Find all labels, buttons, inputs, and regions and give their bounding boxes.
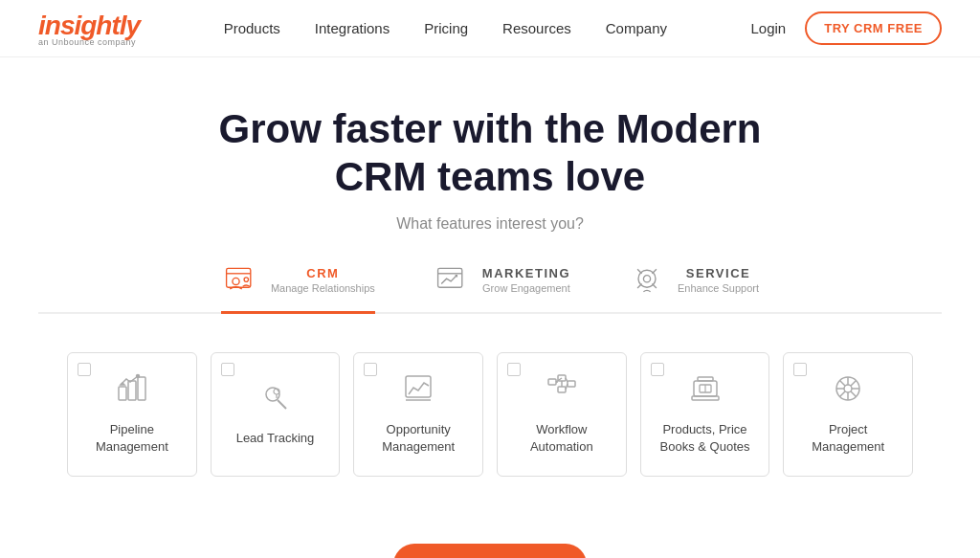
hero-subtext: What features interest you? [38, 215, 942, 233]
svg-rect-9 [128, 381, 136, 400]
nav-links: Products Integrations Pricing Resources … [224, 20, 667, 36]
card-opportunity-label: OpportunityManagement [382, 421, 455, 456]
hero-section: Grow faster with the Modern CRM teams lo… [0, 57, 980, 525]
logo-sub: an Unbounce company [38, 37, 140, 47]
svg-line-40 [851, 380, 857, 386]
card-checkbox-project[interactable] [793, 363, 807, 376]
svg-point-2 [233, 278, 239, 284]
card-opportunity[interactable]: OpportunityManagement [353, 352, 483, 477]
card-products-label: Products, PriceBooks & Quotes [660, 421, 750, 456]
svg-line-25 [566, 378, 568, 382]
navbar-actions: Login TRY CRM FREE [750, 11, 942, 45]
svg-rect-20 [558, 387, 566, 392]
service-icon [628, 261, 666, 300]
svg-rect-21 [568, 381, 575, 387]
card-pipeline-label: PipelineManagement [96, 421, 168, 456]
cta-section: GET STARTED [0, 525, 980, 558]
feature-cards-container: PipelineManagement Lead Tracking [38, 343, 942, 505]
products-icon [690, 373, 721, 408]
crm-tab-title: CRM [271, 266, 375, 280]
crm-tab-desc: Manage Relationships [271, 282, 375, 294]
crm-icon [221, 261, 259, 300]
workflow-icon [546, 373, 577, 408]
tab-marketing[interactable]: MARKETING Grow Engagement [433, 261, 570, 314]
svg-line-24 [566, 384, 568, 390]
svg-rect-4 [437, 268, 461, 287]
marketing-tab-title: MARKETING [482, 266, 570, 280]
login-link[interactable]: Login [750, 20, 786, 36]
card-lead[interactable]: Lead Tracking [211, 352, 341, 477]
card-checkbox-products[interactable] [651, 363, 664, 376]
card-pipeline[interactable]: PipelineManagement [67, 352, 197, 477]
tab-service[interactable]: SERVICE Enhance Support [628, 261, 759, 314]
get-started-button[interactable]: GET STARTED [393, 544, 587, 558]
card-products[interactable]: Products, PriceBooks & Quotes [640, 352, 770, 477]
service-tab-desc: Enhance Support [678, 282, 759, 294]
opportunity-icon [403, 373, 434, 408]
card-checkbox-pipeline[interactable] [78, 363, 91, 376]
nav-resources[interactable]: Resources [502, 20, 571, 36]
tab-crm[interactable]: CRM Manage Relationships [221, 261, 375, 314]
svg-rect-10 [138, 377, 145, 400]
pipeline-icon [117, 373, 147, 408]
svg-line-38 [840, 380, 846, 386]
marketing-tab-desc: Grow Engagement [482, 282, 570, 294]
svg-rect-18 [548, 379, 556, 385]
card-project-label: ProjectManagement [812, 421, 884, 456]
try-crm-button[interactable]: TRY CRM FREE [805, 11, 942, 45]
marketing-icon [433, 261, 471, 300]
nav-pricing[interactable]: Pricing [424, 20, 468, 36]
logo: insightly an Unbounce company [38, 11, 140, 47]
svg-line-41 [840, 391, 846, 396]
svg-point-33 [844, 385, 852, 392]
lead-icon [259, 382, 290, 416]
nav-products[interactable]: Products [224, 20, 280, 36]
navbar: insightly an Unbounce company Products I… [0, 0, 980, 57]
card-checkbox-lead[interactable] [221, 363, 234, 376]
svg-rect-28 [698, 377, 713, 381]
svg-line-39 [851, 391, 857, 396]
svg-line-13 [278, 400, 286, 409]
service-tab-title: SERVICE [678, 266, 759, 280]
card-checkbox-workflow[interactable] [507, 363, 521, 376]
card-checkbox-opportunity[interactable] [364, 363, 377, 376]
card-project[interactable]: ProjectManagement [783, 352, 913, 477]
svg-point-11 [136, 374, 139, 377]
card-workflow-label: WorkflowAutomation [530, 421, 593, 456]
feature-tabs: CRM Manage Relationships MARKETING Grow … [38, 261, 942, 314]
card-lead-label: Lead Tracking [236, 430, 315, 447]
nav-integrations[interactable]: Integrations [315, 20, 390, 36]
svg-point-3 [244, 278, 248, 282]
nav-company[interactable]: Company [606, 20, 667, 36]
card-workflow[interactable]: WorkflowAutomation [497, 352, 627, 477]
svg-rect-8 [119, 387, 126, 400]
hero-heading: Grow faster with the Modern CRM teams lo… [38, 105, 942, 202]
svg-point-7 [643, 275, 650, 281]
project-icon [833, 373, 863, 408]
logo-text: insightly [38, 11, 140, 40]
svg-rect-29 [692, 396, 719, 400]
